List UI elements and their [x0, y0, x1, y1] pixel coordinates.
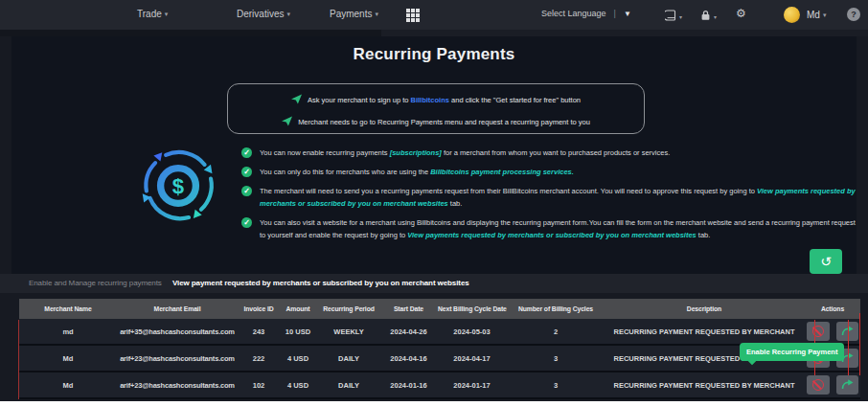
enable-recurring-tooltip: Enable Recurring Payment [740, 343, 844, 361]
bullet-text: You can now enable recurring payments [s… [260, 147, 670, 159]
col-recurring-period: Recurring Period [316, 299, 381, 319]
user-menu[interactable]: Md▾ [807, 10, 826, 20]
instruction-text: Ask your merchant to sign up to Billbitc… [308, 96, 581, 104]
col-merchant-email: Merchant Email [117, 299, 238, 319]
cell-recurring-period: DAILY [316, 345, 381, 372]
col-amount: Amount [280, 299, 316, 319]
col-number-of-billing-cycles: Number of Billing Cycles [508, 299, 604, 319]
tab-view-requested[interactable]: View payment requested by merchants or s… [172, 279, 469, 287]
table-row: Md arif+23@hashcashconsultants.com 102 4… [19, 372, 860, 398]
tab-enable-manage[interactable]: Enable and Manage recurring payments [29, 279, 162, 287]
orders-menu-button[interactable]: ▾ [665, 8, 682, 25]
billbitcoins-link[interactable]: Billbitcoins [411, 96, 449, 104]
col-description: Description [604, 299, 805, 319]
chevron-down-icon: ▾ [714, 13, 717, 20]
bullet-item: ✓ You can now enable recurring payments … [241, 147, 862, 159]
enable-recurring-button[interactable] [836, 375, 859, 395]
cell-description: RECURRING PAYMENT REQUESTED BY MERCHANT [604, 372, 805, 398]
red-artifact-line [18, 320, 19, 399]
nav-item-payments[interactable]: Payments▾ [330, 9, 378, 19]
cell-amount: 4 USD [280, 372, 316, 398]
nav-item-label: Derivatives [237, 9, 284, 19]
table-row: md arif+35@hashcashconsultants.com 243 1… [19, 319, 860, 345]
cell-merchant-email: arif+23@hashcashconsultants.com [117, 372, 238, 398]
chevron-down-icon: ▼ [624, 10, 631, 18]
cell-recurring-period: WEEKLY [316, 319, 381, 345]
sub-header-strip-left [0, 30, 381, 36]
lock-icon [700, 8, 711, 25]
history-refresh-button[interactable]: ↺ [810, 249, 842, 274]
check-circle-icon: ✓ [241, 186, 252, 196]
cell-next-billing-cycle-date: 2024-01-17 [436, 372, 508, 398]
cell-merchant-name: Md [19, 372, 117, 398]
chevron-down-icon: ▾ [165, 11, 169, 17]
cell-invoice-id: 222 [238, 345, 280, 372]
no-entry-icon [812, 379, 824, 391]
check-circle-icon: ✓ [241, 217, 252, 228]
check-circle-icon: ✓ [241, 147, 252, 158]
cell-merchant-name: Md [19, 345, 117, 372]
cell-description: RECURRING PAYMENT REQUESTED BY MERCHANT [604, 319, 805, 345]
cell-number-of-billing-cycles: 3 [508, 345, 604, 372]
forward-arrow-icon [841, 378, 854, 393]
tooltip-text: Enable Recurring Payment [746, 348, 837, 356]
cell-actions [805, 319, 860, 345]
app-root: Trade▾ Derivatives▾ Payments▾ Select Lan… [0, 0, 868, 401]
red-artifact-line [859, 313, 860, 375]
instruction-line: Merchant needs to go to Recurring Paymen… [228, 116, 644, 128]
col-start-date: Start Date [381, 299, 436, 319]
recurring-payments-panel: Recurring Payments Ask your merchant to … [11, 36, 857, 274]
cell-next-billing-cycle-date: 2024-05-03 [436, 319, 508, 345]
nav-item-label: Payments [330, 9, 372, 19]
nav-item-derivatives[interactable]: Derivatives▾ [237, 9, 290, 19]
billbitcoins-services-link[interactable]: Billbitcoins payment processing services… [430, 168, 574, 176]
cell-invoice-id: 102 [238, 372, 280, 398]
bullet-text: You can also visit a website for a merch… [260, 216, 862, 241]
user-avatar[interactable] [784, 7, 800, 23]
chevron-down-icon: ▾ [286, 11, 290, 17]
cell-merchant-name: md [19, 319, 117, 345]
settings-gear-icon[interactable]: ⚙ [736, 7, 746, 20]
top-navbar: Trade▾ Derivatives▾ Payments▾ Select Lan… [0, 0, 868, 30]
view-payments-link[interactable]: View payments requested by merchants or … [407, 231, 696, 239]
bullet-item: ✓ The merchant will need to send you a r… [241, 185, 862, 210]
divider: | [614, 9, 616, 18]
bullet-text: You can only do this for merchants who a… [260, 166, 574, 178]
table-row: Md arif+23@hashcashconsultants.com 222 4… [19, 345, 860, 372]
cell-amount: 10 USD [280, 319, 316, 345]
user-name: Md [807, 10, 820, 20]
cell-merchant-email: arif+23@hashcashconsultants.com [117, 345, 238, 372]
chevron-down-icon: ▾ [823, 11, 827, 18]
tab-bar: Enable and Manage recurring payments Vie… [0, 274, 868, 293]
chevron-down-icon: ▾ [679, 13, 682, 20]
bullet-list: ✓ You can now enable recurring payments … [241, 147, 862, 248]
col-next-billing-cycle-date: Next Billing Cycle Date [436, 299, 508, 319]
nav-item-label: Trade [137, 9, 162, 19]
col-actions: Actions [805, 299, 860, 319]
cell-number-of-billing-cycles: 2 [508, 319, 604, 345]
instruction-line: Ask your merchant to sign up to Billbitc… [228, 94, 644, 106]
send-plane-icon [291, 94, 302, 106]
security-menu-button[interactable]: ▾ [700, 8, 717, 25]
cell-invoice-id: 243 [238, 319, 280, 345]
help-icon[interactable]: ? [847, 8, 860, 21]
subscriptions-emphasis: [subscriptions] [390, 148, 442, 157]
svg-text:$: $ [172, 174, 184, 198]
language-selector[interactable]: Select Language | ▼ [541, 9, 631, 18]
bullet-text: The merchant will need to send you a rec… [260, 185, 862, 210]
check-circle-icon: ✓ [241, 167, 252, 177]
bullet-item: ✓ You can also visit a website for a mer… [241, 216, 862, 241]
cancel-recurring-button[interactable] [807, 322, 830, 341]
nav-item-trade[interactable]: Trade▾ [137, 9, 168, 19]
col-invoice-id: Invoice ID [238, 299, 280, 319]
col-merchant-name: Merchant Name [19, 299, 117, 319]
apps-grid-icon[interactable] [406, 9, 420, 22]
cell-merchant-email: arif+35@hashcashconsultants.com [117, 319, 238, 345]
recurring-payments-table: Merchant Name Merchant Email Invoice ID … [19, 299, 860, 399]
red-artifact-line [848, 320, 849, 375]
book-icon [665, 8, 676, 25]
cell-actions [805, 372, 860, 398]
cancel-recurring-button[interactable] [807, 375, 830, 395]
page-title: Recurring Payments [11, 45, 857, 64]
instructions-box: Ask your merchant to sign up to Billbitc… [227, 83, 645, 134]
